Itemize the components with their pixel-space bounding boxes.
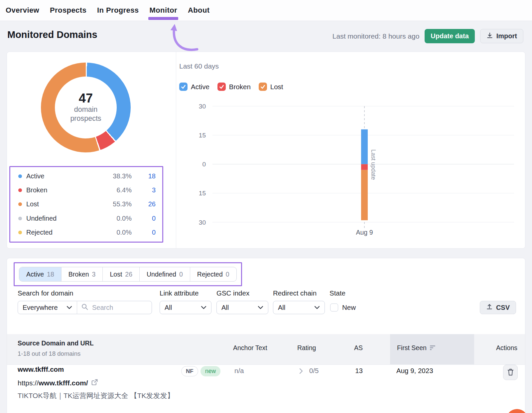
y-tick-label: 30 [199, 219, 206, 226]
donut-center: 47 domain prospects [55, 77, 117, 138]
row-authority-score: 13 [346, 367, 363, 375]
external-link-icon [91, 379, 98, 387]
gsc-index-label: GSC index [216, 289, 249, 297]
chevron-down-icon [258, 306, 263, 310]
tab-label: Lost [110, 271, 122, 278]
upload-icon [486, 303, 493, 312]
gsc-index-select[interactable]: All [216, 301, 268, 314]
tab-label: Broken [68, 271, 89, 278]
tab-count: 0 [226, 271, 229, 278]
legend-dot-icon [18, 174, 22, 178]
col-source-domain: Source Domain and URL [18, 339, 94, 347]
export-csv-button[interactable]: CSV [480, 301, 516, 314]
link-attribute-label: Link attribute [160, 289, 199, 297]
status-tabs-outline: Active18Broken3Lost26Undefined0Rejected0 [14, 262, 242, 286]
legend-label: Active [26, 172, 95, 180]
primary-nav: OverviewProspectsIn ProgressMonitorAbout [0, 0, 532, 21]
y-tick-label: 15 [199, 190, 206, 197]
card-divider [176, 52, 176, 248]
trend-bar-segment-lost [361, 170, 368, 220]
legend-count-link[interactable]: 26 [132, 200, 156, 208]
chevron-down-icon [314, 306, 320, 310]
download-icon [486, 32, 493, 41]
legend-row-lost: Lost55.3%26 [10, 200, 162, 208]
tab-broken[interactable]: Broken3 [61, 267, 103, 281]
donut-center-label-1: domain [74, 105, 98, 114]
import-label: Import [496, 32, 517, 40]
url-domain: www.tkfff.com/ [39, 379, 88, 387]
link-attribute-select[interactable]: All [160, 301, 211, 314]
legend-percent: 38.3% [95, 172, 132, 180]
dashboard-card: 47 domain prospects Active38.3%18Broken6… [7, 52, 525, 249]
col-anchor-text[interactable]: Anchor Text [233, 344, 267, 352]
trend-filter-lost[interactable]: Lost [259, 83, 283, 91]
legend-label: Broken [26, 186, 95, 194]
import-button[interactable]: Import [480, 29, 523, 43]
trend-filter-label: Lost [270, 83, 283, 91]
row-rating: 0/5 [309, 367, 319, 375]
search-icon [81, 303, 88, 312]
annotation-arrow-icon [165, 21, 200, 52]
row-first-seen: Aug 9, 2023 [396, 367, 433, 375]
donut-center-label-2: prospects [70, 114, 101, 123]
row-domain[interactable]: www.tkfff.com [18, 365, 64, 373]
chevron-right-icon[interactable] [299, 368, 303, 376]
legend-count-link[interactable]: 0 [132, 229, 156, 236]
legend-row-rejected: Rejected0.0%0 [10, 229, 162, 236]
tab-active[interactable]: Active18 [19, 267, 61, 281]
state-new-label: New [342, 304, 356, 311]
row-page-title: TIKTOK导航｜TK运营网址资源大全 【TK发发发】 [18, 391, 174, 400]
tab-count: 3 [92, 271, 96, 278]
gsc-index-value: All [221, 304, 229, 311]
update-data-label: Update data [431, 32, 468, 40]
url-prefix: https:// [18, 379, 39, 387]
state-new-checkbox[interactable]: New [330, 301, 356, 314]
redirect-chain-select[interactable]: All [273, 301, 325, 314]
search-for-domain-label: Search for domain [18, 289, 73, 297]
trend-bar-segment-active [361, 129, 368, 164]
checkbox-unchecked-icon [330, 304, 338, 311]
col-first-seen-label: First Seen [397, 344, 427, 351]
legend-dot-icon [18, 231, 22, 234]
legend-count-link[interactable]: 3 [132, 186, 156, 194]
search-input-wrap [77, 303, 152, 312]
trend-series-filters: ActiveBrokenLost [179, 83, 283, 91]
trend-filter-active[interactable]: Active [179, 83, 209, 91]
legend-count-link[interactable]: 18 [132, 172, 156, 180]
y-tick-label: 30 [199, 103, 206, 110]
update-data-button[interactable]: Update data [425, 29, 474, 43]
col-rating[interactable]: Rating [297, 344, 316, 352]
trend-filter-broken[interactable]: Broken [217, 83, 251, 91]
legend-row-active: Active38.3%18 [10, 172, 162, 180]
col-as[interactable]: AS [346, 344, 363, 352]
donut-total-value: 47 [79, 92, 93, 105]
domains-table-card: Active18Broken3Lost26Undefined0Rejected0… [7, 258, 525, 413]
tab-count: 26 [125, 271, 132, 278]
legend-row-undefined: Undefined0.0%0 [10, 215, 162, 222]
donut-legend-box: Active38.3%18Broken6.4%3Lost55.3%26Undef… [9, 166, 163, 243]
tab-lost[interactable]: Lost26 [102, 267, 139, 281]
tab-label: Undefined [147, 271, 176, 278]
search-scope-value: Everywhere [23, 304, 58, 311]
search-scope-select[interactable]: Everywhere [18, 301, 77, 314]
tab-undefined[interactable]: Undefined0 [139, 267, 190, 281]
nav-item-in-progress[interactable]: In Progress [97, 0, 139, 21]
legend-percent: 6.4% [95, 186, 132, 194]
col-first-seen[interactable]: First Seen [397, 344, 436, 352]
status-tabs: Active18Broken3Lost26Undefined0Rejected0 [19, 267, 237, 282]
nav-item-overview[interactable]: Overview [6, 0, 39, 21]
nav-item-monitor[interactable]: Monitor [149, 0, 177, 21]
row-url-link[interactable]: https://www.tkfff.com/ [18, 379, 98, 387]
delete-row-button[interactable] [503, 365, 518, 380]
legend-count-link[interactable]: 0 [132, 215, 156, 222]
legend-dot-icon [18, 202, 22, 206]
legend-label: Rejected [26, 229, 95, 236]
nav-item-about[interactable]: About [188, 0, 210, 21]
checkbox-checked-icon [217, 83, 226, 91]
nav-item-prospects[interactable]: Prospects [50, 0, 86, 21]
chevron-down-icon [201, 306, 206, 310]
page-title: Monitored Domains [7, 29, 97, 40]
search-input[interactable] [91, 304, 143, 312]
tab-rejected[interactable]: Rejected0 [190, 267, 236, 281]
legend-dot-icon [18, 217, 22, 220]
